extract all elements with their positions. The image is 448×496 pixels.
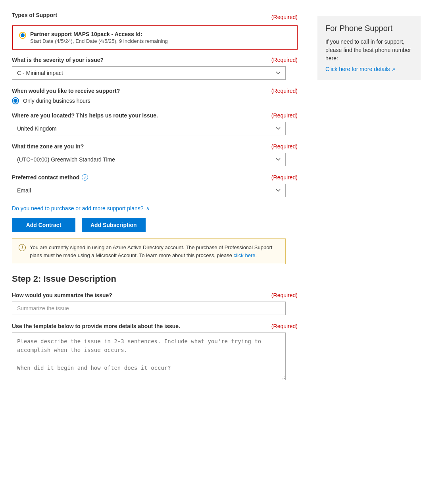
warning-text-after: . xyxy=(255,252,257,258)
sidebar-phone-link[interactable]: Click here for more details ↗ xyxy=(325,66,395,72)
add-subscription-button[interactable]: Add Subscription xyxy=(82,218,146,232)
support-timing-radio[interactable] xyxy=(12,97,19,104)
support-timing-section: When would you like to receive support? … xyxy=(12,88,298,104)
timezone-label: What time zone are you in? xyxy=(12,143,84,150)
step2-section: Step 2: Issue Description How would you … xyxy=(12,274,298,381)
types-of-support-required: (Required) xyxy=(271,14,298,20)
purchase-plans-link[interactable]: Do you need to purchase or add more supp… xyxy=(12,205,298,211)
support-option-text: Partner support MAPS 10pack - Access Id:… xyxy=(30,31,290,44)
location-label: Where are you located? This helps us rou… xyxy=(12,112,158,119)
support-timing-required: (Required) xyxy=(271,88,298,94)
purchase-plans-buttons-row: Add Contract Add Subscription xyxy=(12,218,298,232)
summarize-label: How would you summarize the issue? xyxy=(12,292,112,298)
support-type-radio[interactable] xyxy=(19,32,26,39)
timezone-required: (Required) xyxy=(271,143,298,150)
purchase-plans-section: Do you need to purchase or add more supp… xyxy=(12,205,298,264)
external-link-icon: ↗ xyxy=(392,67,395,72)
purchase-plans-link-text: Do you need to purchase or add more supp… xyxy=(12,205,144,211)
support-timing-label: When would you like to receive support? xyxy=(12,88,120,94)
sidebar-phone-support-box: For Phone Support If you need to call in… xyxy=(317,16,421,80)
sidebar-title: For Phone Support xyxy=(325,24,413,33)
warning-icon: i xyxy=(19,244,26,251)
warning-link[interactable]: click here xyxy=(234,252,256,258)
warning-box: i You are currently signed in using an A… xyxy=(12,238,286,264)
location-section: Where are you located? This helps us rou… xyxy=(12,112,298,135)
severity-required: (Required) xyxy=(271,57,298,63)
severity-section: What is the severity of your issue? (Req… xyxy=(12,57,298,80)
chevron-up-icon: ∧ xyxy=(146,206,150,211)
contact-method-label: Preferred contact method xyxy=(12,174,79,181)
contact-method-label-group: Preferred contact method i xyxy=(12,174,88,181)
location-required: (Required) xyxy=(271,112,298,119)
add-contract-button[interactable]: Add Contract xyxy=(12,218,75,232)
summarize-input[interactable] xyxy=(12,302,286,315)
support-option-title: Partner support MAPS 10pack - Access Id: xyxy=(30,31,290,37)
support-timing-option-label: Only during business hours xyxy=(23,98,90,104)
sidebar-text: If you need to call in for support, plea… xyxy=(325,38,413,63)
timezone-dropdown[interactable]: (UTC+00:00) Greenwich Standard Time (UTC… xyxy=(12,153,286,166)
summarize-required: (Required) xyxy=(271,292,298,298)
contact-method-info-icon[interactable]: i xyxy=(82,174,88,181)
timezone-section: What time zone are you in? (Required) (U… xyxy=(12,143,298,166)
types-of-support-section: Types of Support (Required) Partner supp… xyxy=(12,12,298,50)
warning-text: You are currently signed in using an Azu… xyxy=(30,244,279,259)
location-dropdown[interactable]: United Kingdom United States Canada Aust… xyxy=(12,122,286,135)
details-label: Use the template below to provide more d… xyxy=(12,323,180,329)
severity-label: What is the severity of your issue? xyxy=(12,57,104,63)
contact-method-section: Preferred contact method i (Required) Em… xyxy=(12,174,298,197)
contact-method-required: (Required) xyxy=(271,174,298,181)
support-option-box[interactable]: Partner support MAPS 10pack - Access Id:… xyxy=(12,25,298,50)
sidebar: For Phone Support If you need to call in… xyxy=(310,8,429,488)
sidebar-link-text: Click here for more details xyxy=(325,66,390,72)
details-required: (Required) xyxy=(271,323,298,329)
details-textarea[interactable] xyxy=(12,333,286,380)
step2-title: Step 2: Issue Description xyxy=(12,274,298,284)
contact-method-dropdown[interactable]: Email Phone xyxy=(12,184,286,197)
support-timing-radio-row[interactable]: Only during business hours xyxy=(12,97,298,104)
types-of-support-label: Types of Support xyxy=(12,12,57,18)
support-option-subtitle: Start Date (4/5/24), End Date (4/5/25), … xyxy=(30,38,290,44)
severity-dropdown[interactable]: C - Minimal impact A - Critical impact B… xyxy=(12,66,286,80)
radio-selected-dot xyxy=(21,33,25,37)
support-timing-radio-dot xyxy=(13,99,17,103)
